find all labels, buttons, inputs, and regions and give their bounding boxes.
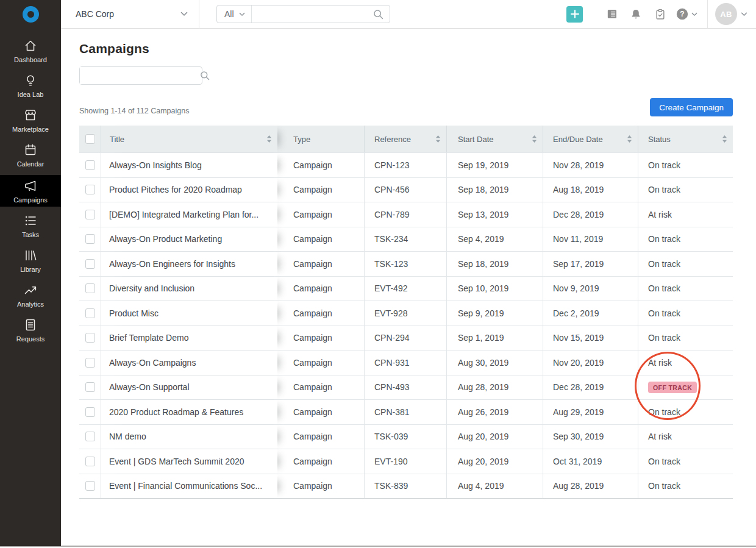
table-row[interactable]: Product MiscCampaignEVT-928Sep 9, 2019De… [79, 301, 733, 326]
column-header-start[interactable]: Start Date [446, 126, 543, 152]
reference-cell: TSK-039 [364, 425, 446, 449]
row-checkbox[interactable] [85, 185, 95, 194]
topbar-actions: ? AB [566, 0, 756, 28]
sidebar-item-label: Marketplace [12, 126, 49, 133]
row-checkbox[interactable] [85, 234, 95, 244]
sidebar-item-marketplace[interactable]: Marketplace [0, 105, 61, 135]
row-checkbox[interactable] [85, 160, 95, 170]
select-all-checkbox[interactable] [85, 134, 95, 144]
campaign-search-input[interactable] [80, 67, 199, 84]
status-cell: At risk [638, 351, 733, 375]
notifications-bell-icon[interactable] [624, 0, 648, 29]
title-cell: Always-On Supportal [101, 375, 277, 400]
row-checkbox[interactable] [85, 481, 95, 491]
create-plus-button[interactable] [566, 6, 583, 23]
user-menu[interactable]: AB [707, 0, 756, 28]
table-row[interactable]: 2020 Product Roadmap & FeaturesCampaignC… [79, 399, 733, 424]
type-cell: Campaign [277, 178, 364, 202]
table-row[interactable]: Always-On SupportalCampaignCPN-493Aug 28… [79, 375, 733, 400]
chevron-down-icon [691, 12, 697, 16]
sidebar-item-dashboard[interactable]: Dashboard [0, 36, 61, 65]
org-switcher[interactable]: ABC Corp [61, 0, 199, 29]
table-row[interactable]: Always-On CampaignsCampaignCPN-931Aug 30… [79, 350, 733, 375]
chevron-down-icon [741, 12, 747, 16]
row-checkbox[interactable] [85, 308, 95, 318]
type-cell: Campaign [277, 252, 364, 276]
row-checkbox[interactable] [85, 382, 95, 392]
table-row[interactable]: Always-On Engineers for InsightsCampaign… [79, 251, 733, 276]
lightbulb-icon [23, 73, 38, 88]
type-cell: Campaign [277, 474, 364, 499]
row-checkbox[interactable] [85, 283, 95, 293]
task-list-icon [23, 213, 38, 228]
search-icon[interactable] [199, 70, 216, 81]
table-row[interactable]: NM demoCampaignTSK-039Aug 20, 2019Sep 30… [79, 424, 733, 449]
reference-cell: CPN-931 [364, 351, 446, 375]
start-date-cell: Sep 19, 2019 [446, 153, 543, 177]
row-checkbox[interactable] [85, 259, 95, 269]
table-row[interactable]: Diversity and InclusionCampaignEVT-492Se… [79, 276, 733, 301]
column-header-type: Type [277, 126, 364, 152]
title-cell: NM demo [101, 425, 277, 449]
sidebar-item-label: Requests [16, 335, 45, 343]
row-select-cell [79, 252, 101, 276]
app-logo[interactable] [0, 0, 61, 29]
title-cell: Always-On Engineers for Insights [101, 252, 277, 276]
row-checkbox[interactable] [85, 358, 95, 368]
status-cell: On track [638, 449, 733, 474]
sidebar-item-requests[interactable]: Requests [0, 315, 61, 344]
column-header-label: Title [110, 135, 124, 144]
start-date-cell: Sep 10, 2019 [446, 277, 543, 301]
column-header-label: Start Date [458, 135, 494, 144]
row-select-cell [79, 301, 101, 326]
off-track-status-badge: OFF TRACK [648, 382, 697, 394]
title-cell: Always-On Campaigns [101, 351, 277, 375]
start-date-cell: Sep 18, 2019 [446, 252, 543, 276]
column-header-ref[interactable]: Reference [364, 126, 446, 152]
search-icon[interactable] [373, 9, 390, 20]
sort-icon [722, 135, 727, 143]
status-cell: On track [638, 301, 733, 326]
global-search: All [216, 5, 390, 23]
create-campaign-button[interactable]: Create Campaign [650, 98, 733, 116]
column-header-status[interactable]: Status [638, 126, 733, 152]
sidebar-item-tasks[interactable]: Tasks [0, 211, 61, 240]
table-row[interactable]: Brief Template DemoCampaignCPN-294Sep 1,… [79, 326, 733, 351]
table-row[interactable]: Product Pitches for 2020 RoadmapCampaign… [79, 177, 733, 202]
row-checkbox[interactable] [85, 432, 95, 441]
sidebar-item-label: Idea Lab [18, 91, 44, 98]
sidebar-item-analytics[interactable]: Analytics [0, 280, 61, 310]
row-checkbox[interactable] [85, 210, 95, 219]
sidebar-item-campaigns[interactable]: Campaigns [0, 175, 61, 207]
reference-cell: CPN-456 [364, 178, 446, 202]
reference-cell: CPN-294 [364, 326, 446, 351]
column-header-title[interactable]: Title [101, 126, 277, 152]
sidebar-item-idealab[interactable]: Idea Lab [0, 71, 61, 100]
reference-cell: CPN-381 [364, 400, 446, 424]
end-date-cell: Sep 30, 2019 [543, 425, 638, 449]
row-checkbox[interactable] [85, 333, 95, 343]
start-date-cell: Aug 28, 2019 [446, 375, 543, 400]
title-cell: Event | Financial Communications Soc... [101, 474, 277, 499]
global-search-input[interactable] [252, 5, 373, 23]
help-menu[interactable]: ? [672, 0, 707, 28]
row-checkbox[interactable] [85, 457, 95, 466]
end-date-cell: Nov 9, 2019 [543, 277, 638, 301]
table-row[interactable]: Always-On Product MarketingCampaignTSK-2… [79, 227, 733, 252]
sidebar-item-label: Calendar [17, 160, 45, 168]
search-scope-dropdown[interactable]: All [217, 5, 252, 23]
sidebar-item-library[interactable]: Library [0, 246, 61, 275]
table-row[interactable]: Event | GDS MarTech Summit 2020CampaignE… [79, 449, 733, 474]
table-row[interactable]: Always-On Insights BlogCampaignCPN-123Se… [79, 152, 733, 177]
start-date-cell: Aug 4, 2019 [446, 474, 543, 499]
activity-log-icon[interactable] [599, 0, 624, 29]
column-header-end[interactable]: End/Due Date [543, 126, 638, 152]
reference-cell: TSK-123 [364, 252, 446, 276]
sidebar-item-calendar[interactable]: Calendar [0, 140, 61, 169]
table-row[interactable]: Event | Financial Communications Soc...C… [79, 474, 733, 499]
reference-cell: CPN-789 [364, 202, 446, 227]
tasks-clipboard-icon[interactable] [648, 0, 672, 29]
row-checkbox[interactable] [85, 407, 95, 417]
table-row[interactable]: [DEMO] Integrated Marketing Plan for...C… [79, 202, 733, 227]
sidebar-item-label: Analytics [17, 301, 44, 308]
